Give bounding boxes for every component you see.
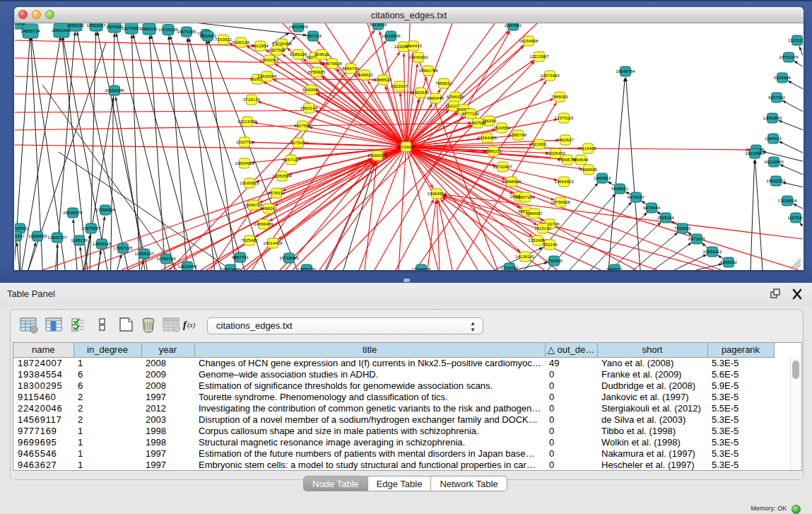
svg-text:16210644: 16210644 xyxy=(745,151,765,156)
svg-text:14136141: 14136141 xyxy=(515,254,535,259)
svg-text:7163822: 7163822 xyxy=(215,37,233,42)
svg-text:18807249: 18807249 xyxy=(515,194,535,199)
svg-text:1362615: 1362615 xyxy=(412,90,430,95)
svg-text:19218506: 19218506 xyxy=(381,33,401,38)
svg-text:18640910: 18640910 xyxy=(408,54,428,59)
svg-text:13654923: 13654923 xyxy=(554,179,574,184)
svg-text:16548784: 16548784 xyxy=(616,69,635,74)
svg-text:1080748: 1080748 xyxy=(510,132,527,137)
svg-text:10553267: 10553267 xyxy=(86,23,106,28)
svg-text:12942737: 12942737 xyxy=(47,235,67,240)
svg-text:1055326: 1055326 xyxy=(67,23,85,28)
svg-text:12353584: 12353584 xyxy=(272,173,292,178)
svg-text:15276021: 15276021 xyxy=(122,25,141,30)
svg-text:12213369: 12213369 xyxy=(237,119,257,124)
svg-text:12213967: 12213967 xyxy=(529,54,549,59)
svg-text:16961758: 16961758 xyxy=(418,68,438,73)
svg-text:8322037: 8322037 xyxy=(391,83,408,88)
svg-text:18724007: 18724007 xyxy=(396,144,416,149)
svg-text:17359924: 17359924 xyxy=(95,207,115,212)
svg-text:9227342: 9227342 xyxy=(768,95,786,100)
svg-text:8454749: 8454749 xyxy=(342,66,360,71)
svg-text:10543362: 10543362 xyxy=(259,57,279,62)
svg-text:10688609: 10688609 xyxy=(502,179,522,184)
svg-text:1733426: 1733426 xyxy=(546,258,563,263)
svg-text:17016504: 17016504 xyxy=(777,198,797,203)
svg-text:7886372: 7886372 xyxy=(485,148,502,153)
svg-text:6466160: 6466160 xyxy=(141,26,158,31)
svg-text:16782759: 16782759 xyxy=(156,256,176,261)
svg-text:12093832: 12093832 xyxy=(763,115,782,120)
svg-text:7485003: 7485003 xyxy=(551,94,569,99)
svg-text:6479197: 6479197 xyxy=(628,194,645,199)
svg-text:7357224: 7357224 xyxy=(305,33,322,38)
svg-text:7625402: 7625402 xyxy=(241,238,259,243)
svg-text:9084067: 9084067 xyxy=(526,211,543,216)
svg-text:954644: 954644 xyxy=(574,157,589,162)
svg-text:10958107: 10958107 xyxy=(134,251,154,256)
svg-text:1527602: 1527602 xyxy=(106,24,124,29)
svg-text:8471676: 8471676 xyxy=(688,236,706,241)
svg-text:23364436: 23364436 xyxy=(477,135,497,140)
svg-text:14099489: 14099489 xyxy=(254,221,273,226)
svg-text:19166825: 19166825 xyxy=(240,180,259,185)
svg-text:1167534: 1167534 xyxy=(787,215,803,220)
svg-text:9129966: 9129966 xyxy=(774,75,792,80)
svg-text:12923448: 12923448 xyxy=(177,264,197,269)
svg-text:8990448: 8990448 xyxy=(427,95,445,100)
svg-text:8578332: 8578332 xyxy=(268,190,286,195)
svg-text:9146821: 9146821 xyxy=(356,72,374,77)
svg-text:15720407: 15720407 xyxy=(493,164,512,169)
svg-text:252234: 252234 xyxy=(543,242,558,247)
svg-text:17957225: 17957225 xyxy=(113,245,133,250)
svg-text:20691406: 20691406 xyxy=(52,28,71,33)
svg-text:9777169: 9777169 xyxy=(462,111,480,116)
svg-text:1010753: 1010753 xyxy=(236,139,254,144)
svg-text:1145139: 1145139 xyxy=(71,238,88,243)
svg-text:9115460: 9115460 xyxy=(579,146,596,151)
svg-text:12505115: 12505115 xyxy=(92,241,112,246)
svg-text:11156829: 11156829 xyxy=(28,233,47,238)
svg-text:9463627: 9463627 xyxy=(557,137,575,142)
svg-text:9327503: 9327503 xyxy=(269,47,286,52)
svg-text:19384554: 19384554 xyxy=(427,191,447,196)
svg-text:16914409: 16914409 xyxy=(263,240,283,245)
svg-text:8160128: 8160128 xyxy=(233,40,250,45)
svg-text:16210643: 16210643 xyxy=(764,159,784,164)
svg-text:16671355: 16671355 xyxy=(177,29,196,34)
svg-text:22420046: 22420046 xyxy=(257,74,277,78)
svg-text:2803144: 2803144 xyxy=(300,105,318,110)
svg-text:1615132: 1615132 xyxy=(534,226,552,230)
svg-text:15692971: 15692971 xyxy=(766,178,786,183)
svg-text:5498242: 5498242 xyxy=(260,206,278,211)
svg-text:17364935: 17364935 xyxy=(411,267,431,270)
svg-text:20053346: 20053346 xyxy=(105,88,124,93)
svg-text:25300275: 25300275 xyxy=(367,153,387,158)
svg-text:26206576: 26206576 xyxy=(63,210,83,215)
svg-text:9245652: 9245652 xyxy=(720,259,738,264)
svg-text:8186328: 8186328 xyxy=(290,52,307,57)
svg-text:13857791: 13857791 xyxy=(297,267,317,270)
svg-text:10025433: 10025433 xyxy=(546,151,565,156)
svg-text:2087682: 2087682 xyxy=(505,23,522,28)
svg-text:19654983: 19654983 xyxy=(235,160,254,165)
svg-text:9242845: 9242845 xyxy=(302,87,320,92)
svg-text:23676608: 23676608 xyxy=(322,61,342,66)
svg-text:10975887: 10975887 xyxy=(81,226,101,230)
svg-text:10654112: 10654112 xyxy=(702,249,722,254)
svg-text:19756928: 19756928 xyxy=(551,199,570,204)
svg-text:1935001: 1935001 xyxy=(15,226,29,230)
svg-text:(x): (x) xyxy=(187,321,196,329)
svg-text:9857791: 9857791 xyxy=(232,255,249,259)
svg-text:16033809: 16033809 xyxy=(288,24,308,29)
svg-text:6794028: 6794028 xyxy=(447,94,464,99)
svg-text:9699695: 9699695 xyxy=(580,167,598,172)
svg-text:8267110: 8267110 xyxy=(283,157,300,162)
svg-text:1733427: 1733427 xyxy=(501,265,519,270)
svg-text:2935114: 2935114 xyxy=(657,215,674,220)
svg-text:621601: 621601 xyxy=(532,141,547,146)
svg-text:817005: 817005 xyxy=(291,140,306,145)
svg-text:14055724: 14055724 xyxy=(20,28,40,33)
svg-text:1864419: 1864419 xyxy=(405,43,423,48)
svg-text:11121211: 11121211 xyxy=(788,37,803,42)
